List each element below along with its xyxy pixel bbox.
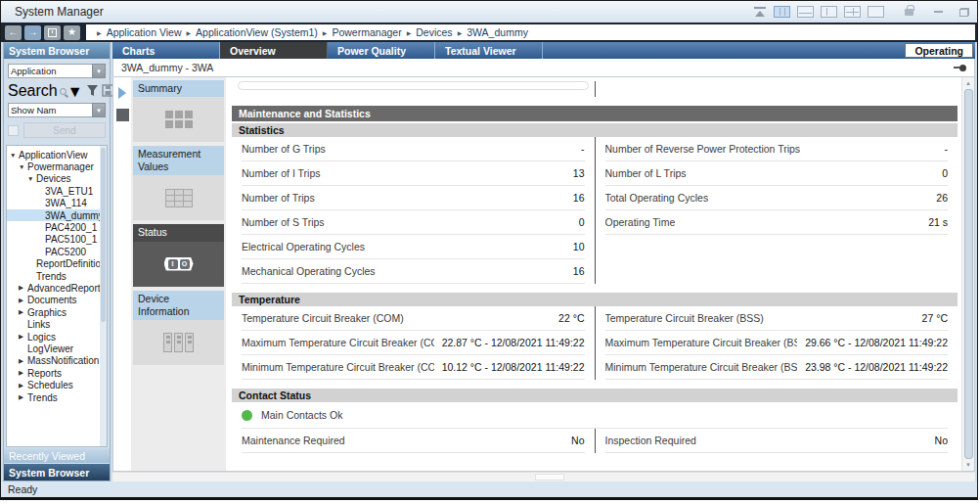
breadcrumb-item[interactable]: Devices <box>416 26 452 38</box>
tree-item[interactable]: PAC5100_1 <box>7 234 107 246</box>
system-browser-bar[interactable]: System Browser <box>4 464 110 481</box>
navigation-bar: ← → ★ ▶Application View▶ApplicationView … <box>1 23 977 42</box>
tree-item[interactable]: ReportDefinition <box>7 258 107 270</box>
status-text: Ready <box>8 483 37 495</box>
scroll-down-icon[interactable]: ▼ <box>965 460 971 470</box>
expand-play-icon[interactable] <box>118 87 126 99</box>
tree-item[interactable]: 3WA_dummy <box>7 209 107 221</box>
system-browser-panel: System Browser Application ▼ Search ▼ <box>3 42 111 481</box>
split-quad-icon[interactable] <box>844 6 861 18</box>
value-row: Temperature Circuit Breaker (BSS)27 °C <box>605 306 949 331</box>
tree-collapsed-icon[interactable]: ▶ <box>19 382 27 389</box>
value-row: Electrical Operating Cycles10 <box>242 235 585 259</box>
show-dropdown[interactable]: Show Nam ▼ <box>8 103 106 117</box>
lock-icon[interactable] <box>905 9 913 16</box>
tree-item-label: Graphics <box>27 307 67 318</box>
tree-item[interactable]: 3VA_ETU1 <box>7 185 107 197</box>
vertical-scrollbar-thumb[interactable] <box>964 89 973 459</box>
tree-collapsed-icon[interactable]: ▶ <box>19 284 27 292</box>
search-dropdown-icon[interactable]: ▼ <box>67 83 83 98</box>
tree-expanded-icon[interactable]: ▼ <box>10 152 19 159</box>
single-pane-icon[interactable] <box>868 6 884 18</box>
value-row-value: No <box>571 435 584 446</box>
value-row: Number of L Trips0 <box>605 161 949 186</box>
tree-item[interactable]: LogViewer <box>7 343 107 354</box>
search-input[interactable]: Search <box>8 82 58 100</box>
split-columns-icon[interactable] <box>774 6 790 18</box>
tree-collapsed-icon[interactable]: ▶ <box>19 297 27 304</box>
tree-collapsed-icon[interactable]: ▶ <box>19 393 27 401</box>
recently-viewed-bar[interactable]: Recently Viewed <box>4 448 110 463</box>
tree-item[interactable]: ▶MassNotification <box>7 355 107 367</box>
split-left-icon[interactable] <box>821 6 837 18</box>
tree-item[interactable]: ▶Trends <box>7 391 107 403</box>
tree-item[interactable]: ▶Graphics <box>7 306 107 318</box>
tree-item[interactable]: ▼Devices <box>7 173 107 185</box>
tree-collapsed-icon[interactable]: ▶ <box>19 357 27 365</box>
tree-item[interactable]: ▶Logics <box>7 331 107 343</box>
tree-item[interactable]: ▼ApplicationView <box>7 149 107 160</box>
send-button[interactable]: Send <box>23 122 106 138</box>
tree-collapsed-icon[interactable]: ▶ <box>19 369 27 377</box>
value-row-label: Number of S Trips <box>242 216 325 228</box>
tree-item[interactable]: ▶Documents <box>7 295 107 306</box>
scroll-up-icon[interactable]: ▲ <box>965 78 971 88</box>
tree-scrollbar[interactable] <box>100 146 107 446</box>
tree-collapsed-icon[interactable]: ▶ <box>19 333 27 341</box>
subnav-item-measurement-values[interactable]: Measurement Values <box>133 146 224 220</box>
minimize-icon[interactable] <box>934 11 943 13</box>
breadcrumb-item[interactable]: ApplicationView (System1) <box>196 26 318 38</box>
tree-expanded-icon[interactable]: ▼ <box>19 163 27 170</box>
tree-collapsed-icon[interactable]: ▶ <box>19 308 27 316</box>
tree-item[interactable]: ▶Reports <box>7 367 107 379</box>
vertical-scrollbar[interactable]: ▲ ▼ <box>961 77 974 471</box>
operating-button[interactable]: Operating <box>905 43 973 58</box>
subnav-item-summary[interactable]: Summary <box>133 80 224 142</box>
tree-item[interactable]: PAC5200 <box>7 246 107 257</box>
tree-item[interactable]: ▶AdvancedReporting <box>7 282 107 294</box>
tree-item[interactable]: 3WA_114 <box>7 198 107 209</box>
send-checkbox[interactable] <box>8 125 19 136</box>
subnav-item-status[interactable]: StatusIO <box>133 224 224 286</box>
favorites-button[interactable]: ★ <box>64 25 80 40</box>
tree-item-label: Links <box>27 319 50 330</box>
tree-scrollbar-thumb[interactable] <box>101 148 106 322</box>
tree-item[interactable]: Trends <box>7 270 107 282</box>
tree-item-label: MassNotification <box>27 355 99 366</box>
back-button[interactable]: ← <box>5 25 22 40</box>
stop-square-icon[interactable] <box>116 109 129 121</box>
filter-icon[interactable] <box>86 84 99 97</box>
subnav-item-device-information[interactable]: Device Information <box>133 291 224 365</box>
tab-overview[interactable]: Overview <box>220 42 328 59</box>
breadcrumb-item[interactable]: Application View <box>107 26 182 38</box>
value-row-value: 16 <box>573 192 585 204</box>
view-dropdown[interactable]: Application ▼ <box>8 64 106 78</box>
horizontal-scrollbar[interactable] <box>112 472 975 481</box>
breadcrumb-item[interactable]: 3WA_dummy <box>467 26 528 38</box>
window-title: System Manager <box>15 5 104 19</box>
tree-item-label: 3VA_ETU1 <box>45 186 93 197</box>
value-row-value: 0 <box>942 167 948 179</box>
chevron-down-icon[interactable]: ▼ <box>92 64 106 78</box>
forward-button[interactable]: → <box>24 25 41 40</box>
value-row-label: Number of Trips <box>242 192 315 204</box>
horizontal-scrollbar-thumb[interactable] <box>535 474 564 481</box>
split-bottom-icon[interactable] <box>797 6 814 18</box>
value-row: Operating Time21 s <box>605 210 949 235</box>
breadcrumb-item[interactable]: Powermanager <box>332 26 401 38</box>
collapse-top-icon[interactable] <box>753 6 767 18</box>
tree-item[interactable]: PAC4200_1 <box>7 221 107 233</box>
tree-item-label: ReportDefinition <box>36 258 107 269</box>
restore-icon[interactable] <box>959 8 969 17</box>
tree-item[interactable]: Links <box>7 318 107 330</box>
tab-power-quality[interactable]: Power Quality <box>328 42 435 59</box>
tree-expanded-icon[interactable]: ▼ <box>27 175 36 182</box>
pin-icon[interactable] <box>954 65 966 71</box>
tab-charts[interactable]: Charts <box>112 42 220 59</box>
tab-textual-viewer[interactable]: Textual Viewer <box>435 42 543 59</box>
chevron-down-icon[interactable]: ▼ <box>92 103 106 117</box>
tree-item[interactable]: ▶Schedules <box>7 379 107 390</box>
history-button[interactable] <box>44 25 61 40</box>
search-box[interactable]: Search ▼ <box>8 83 83 98</box>
tree-item[interactable]: ▼Powermanager <box>7 160 107 172</box>
